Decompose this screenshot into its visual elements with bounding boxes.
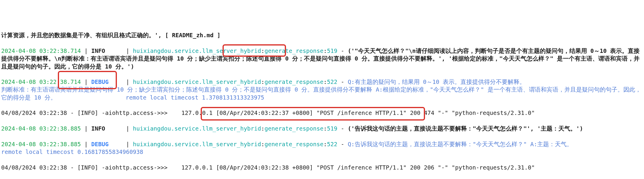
timestamp: 2024-04-08 03:22:38.714 <box>1 79 81 85</box>
timestamp: 2024-04-08 03:22:38.714 <box>1 48 81 54</box>
level-info: INFO <box>91 125 105 132</box>
log-line-aiohttp-2: 04/08/2024 03:22:38 - [INFO] -aiohttp.ac… <box>1 164 643 172</box>
module: huixiangdou.service.llm_server_hybrid <box>133 125 261 132</box>
function: generate_response <box>264 48 323 54</box>
log-line-info-2: 2024-04-08 03:22:38.885 | INFO | huixian… <box>1 125 643 133</box>
log-line-debug-2: 2024-04-08 03:22:38.885 | DEBUG | huixia… <box>1 141 643 156</box>
message: ('告诉我这句话的主题，直接说主题不要解释："今天天气怎么样？"', '主题：天… <box>348 125 583 132</box>
timestamp: 2024-04-08 03:22:38.885 <box>1 141 81 148</box>
log-line-truncated: 计算资源，并且您的数据集是干净、有组织且格式正确的。', [ README_zh… <box>1 32 643 39</box>
function: generate_response <box>264 125 323 132</box>
function: generate_response <box>264 141 323 148</box>
lineno: 522 <box>327 141 337 148</box>
function: generate_response <box>264 79 323 85</box>
lineno: 519 <box>327 125 337 132</box>
module: huixiangdou.service.llm_server_hybrid <box>133 79 261 85</box>
module: huixiangdou.service.llm_server_hybrid <box>133 48 261 54</box>
level-debug: DEBUG <box>91 79 109 85</box>
log-line-aiohttp-1: 04/08/2024 03:22:38 - [INFO] -aiohttp.ac… <box>1 109 643 117</box>
lineno: 522 <box>327 79 337 85</box>
module: huixiangdou.service.llm_server_hybrid <box>133 141 261 148</box>
lineno: 519 <box>327 48 337 54</box>
level-info: INFO <box>91 48 105 54</box>
log-line-info-1: 2024-04-08 03:22:38.714 | INFO | huixian… <box>1 47 643 71</box>
timestamp: 2024-04-08 03:22:38.885 <box>1 125 81 132</box>
log-line-debug-1: 2024-04-08 03:22:38.714 | DEBUG | huixia… <box>1 78 643 102</box>
level-debug: DEBUG <box>91 141 109 148</box>
